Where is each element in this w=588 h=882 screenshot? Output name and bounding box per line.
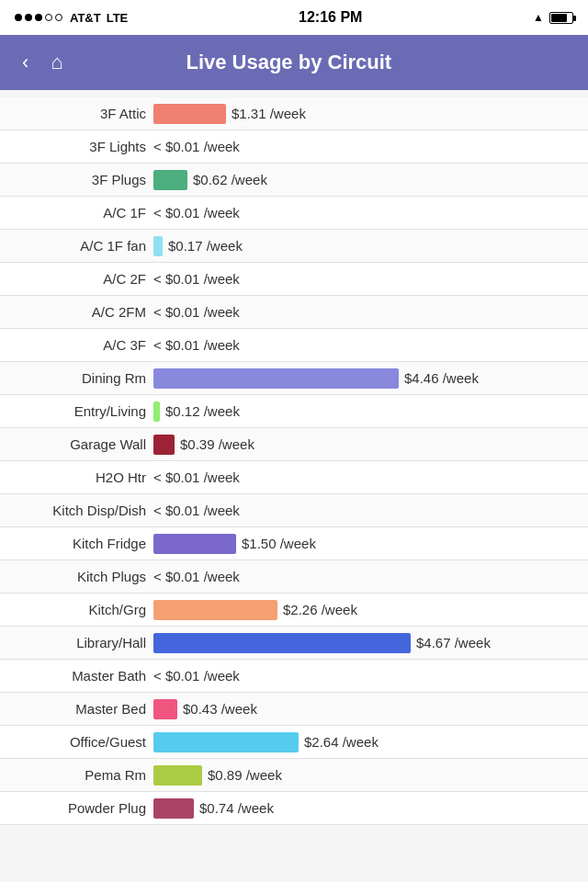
page-title: Live Usage by Circuit <box>78 51 500 74</box>
bar-area: $4.67 /week <box>153 633 577 653</box>
usage-value: < $0.01 /week <box>153 205 240 220</box>
list-item[interactable]: Kitch Fridge$1.50 /week <box>0 527 588 560</box>
usage-value: < $0.01 /week <box>153 569 240 584</box>
usage-bar <box>153 104 226 124</box>
usage-bar <box>153 732 299 752</box>
list-item[interactable]: H2O Htr< $0.01 /week <box>0 461 588 494</box>
circuit-name: A/C 1F <box>11 205 153 220</box>
bar-area: $0.62 /week <box>153 170 577 190</box>
bar-area: $0.89 /week <box>153 765 577 786</box>
usage-value: $4.67 /week <box>416 635 491 650</box>
circuit-name: Dining Rm <box>11 370 153 386</box>
list-item[interactable]: 3F Attic$1.31 /week <box>0 97 588 130</box>
bar-area: $2.64 /week <box>153 732 577 752</box>
list-item[interactable]: Powder Plug$0.74 /week <box>0 792 588 825</box>
circuit-name: A/C 2FM <box>11 304 153 320</box>
usage-bar <box>153 633 411 653</box>
circuit-name: Master Bath <box>11 668 153 684</box>
list-item[interactable]: Dining Rm$4.46 /week <box>0 362 588 395</box>
dot4 <box>45 14 52 21</box>
bar-area: $1.31 /week <box>153 104 577 124</box>
list-item[interactable]: A/C 2FM< $0.01 /week <box>0 296 588 329</box>
bar-area: < $0.01 /week <box>153 271 577 287</box>
status-bar: AT&T LTE 12:16 PM ▲ <box>0 0 588 35</box>
circuit-name: Library/Hall <box>11 635 153 650</box>
app-header: ‹ ⌂ Live Usage by Circuit <box>0 35 588 90</box>
usage-bar <box>153 798 194 819</box>
dot2 <box>25 14 32 21</box>
list-item[interactable]: A/C 1F< $0.01 /week <box>0 197 588 230</box>
time-display: 12:16 PM <box>299 9 362 26</box>
usage-value: $2.64 /week <box>304 734 379 750</box>
dot1 <box>15 14 22 21</box>
list-item[interactable]: Kitch/Grg$2.26 /week <box>0 594 588 627</box>
usage-bar <box>153 170 187 190</box>
signal-dots <box>15 14 62 21</box>
bar-area: $2.26 /week <box>153 600 577 620</box>
list-item[interactable]: Master Bed$0.43 /week <box>0 693 588 726</box>
bar-area: $4.46 /week <box>153 368 577 389</box>
circuit-name: Office/Guest <box>11 734 153 750</box>
bar-area: < $0.01 /week <box>153 337 577 353</box>
circuit-name: 3F Lights <box>11 139 153 154</box>
usage-bar <box>153 600 277 620</box>
circuit-name: Kitch Fridge <box>11 536 153 551</box>
list-item[interactable]: Office/Guest$2.64 /week <box>0 726 588 759</box>
carrier-label: AT&T <box>70 11 101 25</box>
usage-value: < $0.01 /week <box>153 139 240 154</box>
battery-icon <box>549 12 573 24</box>
home-button[interactable]: ⌂ <box>51 51 62 74</box>
list-item[interactable]: A/C 2F< $0.01 /week <box>0 263 588 296</box>
network-type: LTE <box>107 11 129 25</box>
usage-value: < $0.01 /week <box>153 337 240 353</box>
bar-area: $0.43 /week <box>153 699 577 719</box>
list-item[interactable]: 3F Lights< $0.01 /week <box>0 130 588 164</box>
dot5 <box>55 14 62 21</box>
circuit-name: A/C 1F fan <box>11 238 153 254</box>
list-item[interactable]: 3F Plugs$0.62 /week <box>0 164 588 197</box>
back-button[interactable]: ‹ <box>15 47 36 78</box>
list-item[interactable]: Pema Rm$0.89 /week <box>0 759 588 792</box>
location-icon: ▲ <box>533 11 544 24</box>
circuit-name: Pema Rm <box>11 767 153 783</box>
bar-area: $1.50 /week <box>153 534 577 554</box>
usage-value: $0.62 /week <box>193 172 267 187</box>
battery-fill <box>551 14 567 22</box>
usage-value: < $0.01 /week <box>153 469 240 485</box>
circuit-name: A/C 3F <box>11 337 153 353</box>
bar-area: < $0.01 /week <box>153 304 577 320</box>
circuit-name: Garage Wall <box>11 436 153 452</box>
circuit-name: Master Bed <box>11 701 153 717</box>
list-item[interactable]: A/C 3F< $0.01 /week <box>0 329 588 362</box>
status-left: AT&T LTE <box>15 11 128 25</box>
usage-value: $0.12 /week <box>165 403 240 419</box>
list-item[interactable]: Kitch Plugs< $0.01 /week <box>0 560 588 594</box>
bar-area: $0.74 /week <box>153 798 577 819</box>
list-item[interactable]: Master Bath< $0.01 /week <box>0 660 588 693</box>
usage-bar <box>153 534 236 554</box>
circuit-list: 3F Attic$1.31 /week3F Lights< $0.01 /wee… <box>0 90 588 832</box>
list-item[interactable]: Library/Hall$4.67 /week <box>0 627 588 660</box>
usage-value: $0.17 /week <box>168 238 243 254</box>
bar-area: < $0.01 /week <box>153 205 577 220</box>
usage-value: $2.26 /week <box>283 602 357 617</box>
usage-value: $0.43 /week <box>183 701 257 717</box>
list-item[interactable]: Entry/Living$0.12 /week <box>0 395 588 428</box>
usage-value: $4.46 /week <box>404 370 479 386</box>
usage-value: $0.39 /week <box>180 436 254 452</box>
bar-area: < $0.01 /week <box>153 469 577 485</box>
circuit-name: 3F Plugs <box>11 172 153 187</box>
usage-value: $1.31 /week <box>232 106 306 121</box>
usage-value: < $0.01 /week <box>153 304 240 320</box>
dot3 <box>35 14 42 21</box>
circuit-name: Powder Plug <box>11 800 153 816</box>
bar-area: $0.17 /week <box>153 236 577 256</box>
list-item[interactable]: A/C 1F fan$0.17 /week <box>0 230 588 263</box>
usage-value: $1.50 /week <box>242 536 316 551</box>
usage-bar <box>153 435 175 455</box>
usage-bar <box>153 236 163 256</box>
list-item[interactable]: Kitch Disp/Dish< $0.01 /week <box>0 494 588 527</box>
list-item[interactable]: Garage Wall$0.39 /week <box>0 428 588 461</box>
usage-value: < $0.01 /week <box>153 271 240 287</box>
usage-bar <box>153 401 160 422</box>
